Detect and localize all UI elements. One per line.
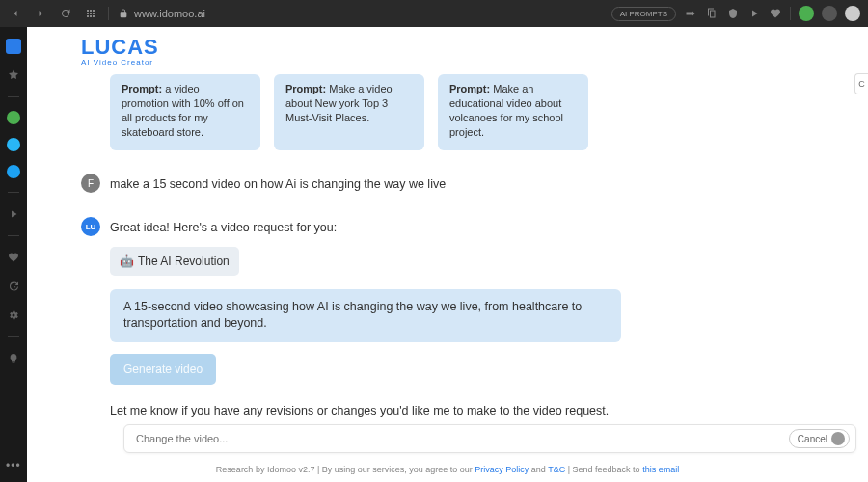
bot-avatar: LU xyxy=(81,217,100,236)
cancel-button[interactable]: Cancel xyxy=(789,429,850,448)
chat-input-bar: Cancel xyxy=(123,424,856,453)
user-message: F make a 15 second video on how Ai is ch… xyxy=(81,174,829,194)
lock-icon xyxy=(119,9,128,18)
play-icon[interactable] xyxy=(747,7,761,20)
copy-icon[interactable] xyxy=(705,7,719,20)
cancel-label: Cancel xyxy=(798,434,827,444)
robot-icon: 🤖 xyxy=(120,253,134,270)
right-edge-toggle[interactable]: C xyxy=(854,73,868,94)
apps-icon[interactable] xyxy=(83,6,98,21)
rail-more-icon[interactable]: ••• xyxy=(6,459,21,472)
left-rail: ••• xyxy=(0,27,27,482)
feedback-link[interactable]: this email xyxy=(642,465,679,474)
extension-dot-1[interactable] xyxy=(799,6,814,21)
rail-bulb-icon[interactable] xyxy=(6,351,21,366)
bot-message: LU Great idea! Here's a video request fo… xyxy=(81,217,829,420)
chat-input[interactable] xyxy=(136,433,789,444)
rail-dot-green[interactable] xyxy=(7,111,20,124)
footer: Research by Idomoo v2.7 | By using our s… xyxy=(27,465,868,474)
user-avatar: F xyxy=(81,174,100,193)
prompt-cards-row: Prompt: a video promotion with 10% off o… xyxy=(27,70,868,164)
rail-dot-twitter[interactable] xyxy=(7,165,20,178)
back-button[interactable] xyxy=(8,6,23,21)
logo-subtitle: AI Video Creator xyxy=(81,58,868,67)
rail-dot-lightblue[interactable] xyxy=(7,138,20,151)
prompt-card[interactable]: Prompt: a video promotion with 10% off o… xyxy=(110,74,260,150)
refresh-button[interactable] xyxy=(58,6,73,21)
rail-history-icon[interactable] xyxy=(6,279,21,294)
bookmark-icon[interactable] xyxy=(769,7,782,20)
chip-text: The AI Revolution xyxy=(138,253,230,270)
video-title-chip[interactable]: 🤖 The AI Revolution xyxy=(110,247,239,276)
rail-heart-icon[interactable] xyxy=(6,250,21,265)
rail-star-icon[interactable] xyxy=(6,67,21,83)
profile-avatar[interactable] xyxy=(845,6,860,21)
logo-title: LUCAS xyxy=(81,35,868,60)
logo: LUCAS AI Video Creator xyxy=(27,27,868,70)
browser-top-bar: www.idomoo.ai AI PROMPTS xyxy=(0,0,868,27)
share-icon[interactable] xyxy=(684,7,697,20)
bot-followup-text: Let me know if you have any revisions or… xyxy=(110,402,621,420)
video-description-box: A 15-second video showcasing how AI is c… xyxy=(110,289,621,342)
tnc-link[interactable]: T&C xyxy=(548,465,565,474)
prompt-card[interactable]: Prompt: Make an educational video about … xyxy=(438,74,588,150)
privacy-link[interactable]: Privacy Policy xyxy=(475,465,529,474)
address-bar[interactable]: www.idomoo.ai xyxy=(119,8,602,19)
rail-home-icon[interactable] xyxy=(6,39,21,54)
main-content: LUCAS AI Video Creator C Prompt: a video… xyxy=(27,27,868,482)
extension-dot-2[interactable] xyxy=(822,6,837,21)
url-text: www.idomoo.ai xyxy=(134,8,205,19)
generate-video-button[interactable]: Generate video xyxy=(110,354,216,385)
rail-settings-icon[interactable] xyxy=(6,308,21,323)
ai-prompts-button[interactable]: AI PROMPTS xyxy=(611,7,676,21)
shield-icon[interactable] xyxy=(726,7,740,20)
user-message-text: make a 15 second video on how Ai is chan… xyxy=(110,174,446,194)
cancel-x-icon xyxy=(831,432,845,445)
forward-button[interactable] xyxy=(33,6,48,21)
bot-intro-text: Great idea! Here's a video request for y… xyxy=(110,219,621,237)
rail-play-icon[interactable] xyxy=(6,206,21,222)
prompt-card[interactable]: Prompt: Make a video about New york Top … xyxy=(274,74,424,150)
